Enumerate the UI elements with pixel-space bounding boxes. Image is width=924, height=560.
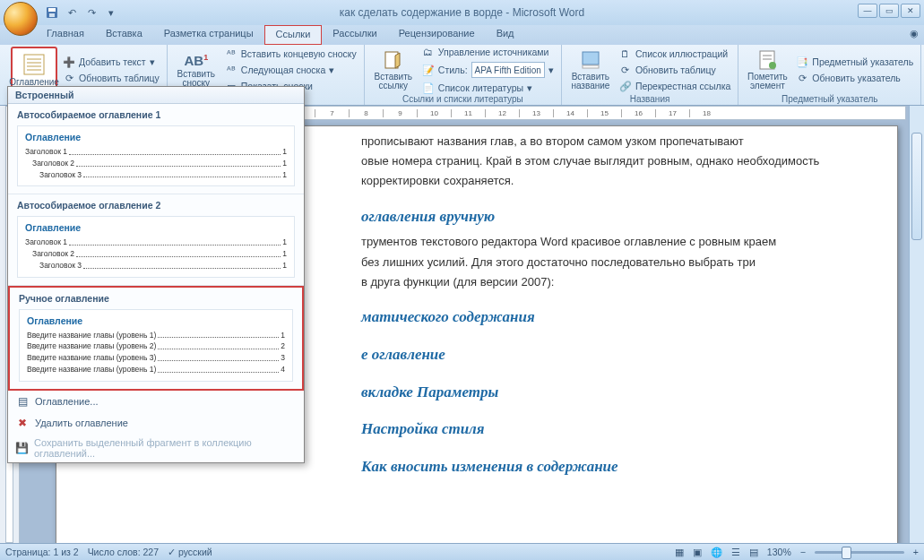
endnote-icon: ᴬᴮ xyxy=(225,47,237,60)
toc-preview: Оглавление Заголовок 11Заголовок 21Загол… xyxy=(17,216,295,277)
tab-review[interactable]: Рецензирование xyxy=(388,25,486,45)
help-icon[interactable]: ◉ xyxy=(910,28,919,39)
svg-rect-2 xyxy=(49,13,55,17)
view-web-icon[interactable]: 🌐 xyxy=(711,547,722,558)
heading: Настройка стиля xyxy=(361,418,854,440)
svg-rect-9 xyxy=(583,52,599,65)
sources-icon: 🗂 xyxy=(422,46,435,58)
view-draft-icon[interactable]: ▤ xyxy=(749,547,758,557)
quick-access-toolbar: ↶ ↷ ▾ xyxy=(45,5,118,20)
update-table-button[interactable]: ⟳Обновить таблицу xyxy=(61,71,161,85)
zoom-slider[interactable] xyxy=(815,551,904,554)
insert-index-button[interactable]: 📑Предметный указатель xyxy=(794,55,915,69)
figure-list-button[interactable]: 🗒Список иллюстраций xyxy=(617,47,732,61)
toc-gallery-dropdown: Встроенный Автособираемое оглавление 1 О… xyxy=(7,86,305,463)
view-full-screen-icon[interactable]: ▣ xyxy=(693,547,702,557)
spellcheck-icon: ✓ xyxy=(168,547,176,557)
group-label-index: Предметный указатель xyxy=(744,93,915,105)
refresh-icon: ⟳ xyxy=(619,64,632,76)
gallery-item-manual[interactable]: Ручное оглавление Оглавление Введите наз… xyxy=(8,286,304,391)
toc-preview: Оглавление Введите название главы (урове… xyxy=(19,309,293,382)
zoom-out-button[interactable]: − xyxy=(800,547,806,557)
tab-view[interactable]: Вид xyxy=(486,25,525,45)
body-text: овые номера страниц. Край в этом случае … xyxy=(361,153,854,169)
status-word-count[interactable]: Число слов: 227 xyxy=(88,547,159,557)
toc-icon: ▤ xyxy=(15,394,30,409)
save-selection-icon: 💾 xyxy=(15,441,29,455)
svg-rect-1 xyxy=(48,8,56,12)
update-table2-button[interactable]: ⟳Обновить таблицу xyxy=(617,63,732,77)
minimize-button[interactable]: — xyxy=(858,4,877,18)
ribbon-tabs: Главная Вставка Разметка страницы Ссылки… xyxy=(0,25,924,45)
window-title: как сделать содержание в ворде - Microso… xyxy=(340,6,584,19)
maximize-button[interactable]: ▭ xyxy=(879,4,899,18)
heading: оглавления вручную xyxy=(361,206,854,228)
crossref-icon: 🔗 xyxy=(619,80,632,92)
insert-citation-button[interactable]: Вставить ссылку xyxy=(370,47,417,93)
svg-rect-10 xyxy=(583,65,599,68)
body-text: корректировки сохраняется. xyxy=(361,173,854,189)
group-label-citations: Ссылки и списки литературы xyxy=(370,93,556,105)
menu-save-selection: 💾Сохранить выделенный фрагмент в коллекц… xyxy=(8,434,304,462)
group-captions: Вставить название 🗒Список иллюстраций ⟳О… xyxy=(562,45,738,105)
tab-mailings[interactable]: Рассылки xyxy=(322,25,387,45)
title-bar: ↶ ↷ ▾ как сделать содержание в ворде - M… xyxy=(0,0,924,25)
status-language[interactable]: ✓ русский xyxy=(168,547,212,557)
toc-preview: Оглавление Заголовок 11Заголовок 21Загол… xyxy=(17,125,295,186)
view-outline-icon[interactable]: ☰ xyxy=(731,547,740,557)
vertical-scrollbar[interactable] xyxy=(909,106,924,543)
refresh-icon: ⟳ xyxy=(63,72,75,84)
group-citations: Вставить ссылку 🗂Управление источниками … xyxy=(365,45,562,105)
qat-dropdown-icon[interactable]: ▾ xyxy=(104,5,118,20)
mark-entry-button[interactable]: Пометить элемент xyxy=(744,47,790,93)
zoom-in-button[interactable]: + xyxy=(913,547,919,557)
citation-style-select[interactable]: 📝Стиль: APA Fifth Edition ▾ xyxy=(420,61,556,79)
gallery-category-header: Встроенный xyxy=(8,87,304,104)
undo-icon[interactable]: ↶ xyxy=(65,5,79,20)
refresh-icon: ⟳ xyxy=(796,72,808,84)
index-icon: 📑 xyxy=(796,56,808,68)
status-bar: Страница: 1 из 2 Число слов: 227 ✓ русск… xyxy=(0,543,924,560)
tab-home[interactable]: Главная xyxy=(36,25,95,45)
cross-reference-button[interactable]: 🔗Перекрестная ссылка xyxy=(617,79,732,93)
view-print-layout-icon[interactable]: ▦ xyxy=(675,547,684,557)
tab-references[interactable]: Ссылки xyxy=(264,25,323,45)
style-icon: 📝 xyxy=(422,64,435,76)
menu-remove-toc[interactable]: ✖Удалить оглавление xyxy=(8,412,304,434)
heading: матического содержания xyxy=(361,306,854,328)
next-footnote-icon: ᴬᴮ xyxy=(225,64,237,76)
plus-icon: ➕ xyxy=(63,56,75,68)
next-footnote-button[interactable]: ᴬᴮСледующая сноска ▾ xyxy=(223,63,358,77)
heading: Как вносить изменения в содержание xyxy=(361,456,854,478)
group-index: Пометить элемент 📑Предметный указатель ⟳… xyxy=(738,45,921,105)
menu-insert-toc[interactable]: ▤Оглавление... xyxy=(8,391,304,412)
office-button[interactable] xyxy=(4,2,38,36)
remove-icon: ✖ xyxy=(15,416,30,430)
insert-caption-button[interactable]: Вставить название xyxy=(567,47,614,93)
bibliography-icon: 📄 xyxy=(422,82,435,94)
group-label-captions: Названия xyxy=(567,93,732,105)
body-text: в друга функции (для версии 2007): xyxy=(361,274,854,290)
body-text: трументов текстового редактора Word крас… xyxy=(361,234,854,250)
manage-sources-button[interactable]: 🗂Управление источниками xyxy=(420,45,556,59)
gallery-item-auto2[interactable]: Автособираемое оглавление 2 Оглавление З… xyxy=(8,194,304,285)
insert-endnote-button[interactable]: ᴬᴮВставить концевую сноску xyxy=(223,47,358,61)
gallery-item-auto1[interactable]: Автособираемое оглавление 1 Оглавление З… xyxy=(8,104,304,194)
body-text: прописывают названия глав, а во втором с… xyxy=(361,134,854,150)
svg-rect-3 xyxy=(24,55,44,74)
tab-insert[interactable]: Вставка xyxy=(95,25,153,45)
close-button[interactable]: ✕ xyxy=(901,4,920,18)
add-text-button[interactable]: ➕Добавить текст ▾ xyxy=(61,55,161,69)
heading: вкладке Параметры xyxy=(361,382,854,403)
redo-icon[interactable]: ↷ xyxy=(84,5,99,20)
figure-list-icon: 🗒 xyxy=(619,47,632,60)
tab-page-layout[interactable]: Разметка страницы xyxy=(153,25,264,45)
body-text: без лишних усилий. Для этого достаточно … xyxy=(361,254,854,271)
status-page[interactable]: Страница: 1 из 2 xyxy=(5,547,79,557)
save-icon[interactable] xyxy=(45,5,59,20)
update-index-button[interactable]: ⟳Обновить указатель xyxy=(794,71,915,85)
svg-point-14 xyxy=(769,62,776,69)
heading: е оглавление xyxy=(361,344,854,366)
zoom-level[interactable]: 130% xyxy=(767,547,791,557)
